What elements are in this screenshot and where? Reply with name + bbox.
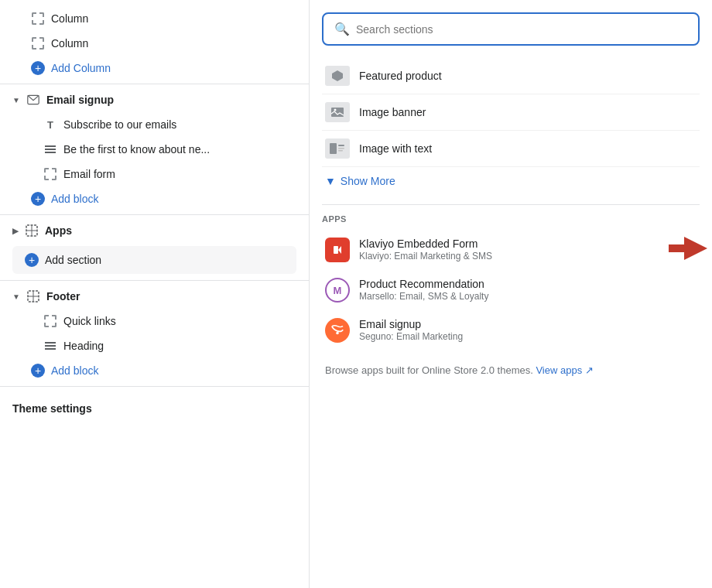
section-list: Featured product Image banner <box>322 55 700 198</box>
marsello-sub: Marsello: Email, SMS & Loyalty <box>359 291 697 302</box>
add-block-button-1[interactable]: + Add block <box>0 186 309 211</box>
sidebar-item-email-signup[interactable]: ▼ Email signup <box>0 87 309 112</box>
sidebar-item-label: Column <box>51 37 88 50</box>
subscribe-label: Subscribe to our emails <box>63 118 176 131</box>
seguno-name: Email signup <box>359 318 697 330</box>
divider <box>0 280 309 281</box>
svg-point-17 <box>336 332 339 335</box>
add-block-button-2[interactable]: + Add block <box>0 358 309 383</box>
chevron-down-icon: ▼ <box>12 96 20 104</box>
divider <box>0 386 309 387</box>
left-panel: Column Column + Add Column ▼ Email signu… <box>0 0 310 588</box>
image-banner-thumb <box>325 102 350 122</box>
add-block-label: Add block <box>51 193 98 205</box>
chevron-right-icon: ▶ <box>12 227 19 235</box>
marsello-name: Product Recommendation <box>359 278 697 290</box>
sidebar-item-column-2[interactable]: Column <box>0 31 309 56</box>
dashed-square-icon <box>43 167 57 181</box>
section-item-image-banner[interactable]: Image banner <box>322 94 700 131</box>
add-circle-icon: + <box>31 364 45 378</box>
sidebar-item-footer[interactable]: ▼ Footer <box>0 284 309 309</box>
add-column-button[interactable]: + Add Column <box>0 56 309 80</box>
klaviyo-name: Klaviyo Embedded Form <box>359 238 697 250</box>
apps-divider: APPS Klaviyo Embedded Form Klaviyo: Emai… <box>322 204 700 381</box>
apps-section-label: APPS <box>322 214 700 224</box>
show-more-label: Show More <box>341 175 395 187</box>
text-t-icon: T <box>43 118 57 132</box>
svg-marker-7 <box>332 70 343 81</box>
klaviyo-icon <box>325 238 350 262</box>
sidebar-item-heading[interactable]: Heading <box>0 333 309 358</box>
svg-point-9 <box>334 109 337 111</box>
search-box[interactable]: 🔍 <box>322 12 700 46</box>
svg-rect-12 <box>338 148 344 149</box>
add-section-label: Add section <box>45 254 101 266</box>
add-circle-icon: + <box>31 192 45 206</box>
search-input[interactable] <box>356 23 687 36</box>
svg-rect-10 <box>330 143 337 154</box>
klaviyo-sub: Klaviyo: Email Marketing & SMS <box>359 251 697 262</box>
sidebar-item-column-1[interactable]: Column <box>0 6 309 31</box>
lines-icon <box>43 142 57 156</box>
search-icon: 🔍 <box>334 22 350 36</box>
apps-grid-icon <box>25 224 39 238</box>
add-circle-icon: + <box>31 61 45 75</box>
email-signup-label: Email signup <box>46 94 114 106</box>
svg-rect-11 <box>338 145 344 146</box>
klaviyo-info: Klaviyo Embedded Form Klaviyo: Email Mar… <box>359 238 697 262</box>
divider <box>0 84 309 84</box>
add-block-label-2: Add block <box>51 364 98 377</box>
right-panel: 🔍 Featured product Image banner <box>310 0 712 588</box>
be-first-label: Be the first to know about ne... <box>63 143 210 156</box>
sidebar-item-apps[interactable]: ▶ Apps <box>0 218 309 243</box>
section-item-featured-product[interactable]: Featured product <box>322 58 700 94</box>
image-with-text-thumb <box>325 138 350 159</box>
seguno-icon <box>325 318 350 343</box>
dashed-square-icon <box>31 36 45 50</box>
dashed-square-icon <box>31 12 45 26</box>
envelope-icon <box>26 93 40 107</box>
lines-icon <box>43 339 57 353</box>
show-more-button[interactable]: ▼ Show More <box>322 167 700 195</box>
browse-apps-text: Browse apps built for Online Store 2.0 t… <box>322 360 700 381</box>
heading-label: Heading <box>63 340 104 352</box>
seguno-sub: Seguno: Email Marketing <box>359 331 697 342</box>
add-circle-icon: + <box>25 253 39 267</box>
chevron-down-icon: ▼ <box>12 292 20 301</box>
quick-links-label: Quick links <box>63 315 116 327</box>
app-item-marsello[interactable]: M Product Recommendation Marsello: Email… <box>322 270 700 310</box>
add-column-label: Add Column <box>51 62 111 74</box>
svg-rect-13 <box>338 150 343 152</box>
theme-settings-label: Theme settings <box>0 390 309 421</box>
email-form-label: Email form <box>63 168 115 180</box>
image-banner-label: Image banner <box>359 106 426 118</box>
seguno-info: Email signup Seguno: Email Marketing <box>359 318 697 342</box>
sidebar-item-be-first[interactable]: Be the first to know about ne... <box>0 137 309 162</box>
view-apps-link[interactable]: View apps ↗ <box>536 364 593 376</box>
sidebar-item-subscribe-text[interactable]: T Subscribe to our emails <box>0 112 309 137</box>
app-item-seguno[interactable]: Email signup Seguno: Email Marketing <box>322 310 700 350</box>
marsello-icon: M <box>325 278 350 303</box>
marsello-info: Product Recommendation Marsello: Email, … <box>359 278 697 302</box>
footer-grid-icon <box>26 289 40 303</box>
add-section-button[interactable]: + Add section <box>12 246 296 274</box>
featured-product-thumb <box>325 66 350 86</box>
dashed-square-icon <box>43 314 57 328</box>
featured-product-label: Featured product <box>359 70 442 82</box>
app-item-klaviyo[interactable]: Klaviyo Embedded Form Klaviyo: Email Mar… <box>322 230 700 270</box>
svg-rect-15 <box>334 246 338 254</box>
sidebar-item-email-form[interactable]: Email form <box>0 162 309 186</box>
sidebar-item-quick-links[interactable]: Quick links <box>0 309 309 333</box>
footer-label: Footer <box>46 290 80 303</box>
divider <box>0 214 309 215</box>
chevron-down-icon: ▼ <box>325 175 336 187</box>
red-arrow-indicator <box>669 237 707 263</box>
svg-marker-16 <box>669 237 707 260</box>
image-with-text-label: Image with text <box>359 142 432 155</box>
apps-label: Apps <box>45 224 72 237</box>
section-item-image-with-text[interactable]: Image with text <box>322 131 700 167</box>
sidebar-item-label: Column <box>51 12 88 25</box>
